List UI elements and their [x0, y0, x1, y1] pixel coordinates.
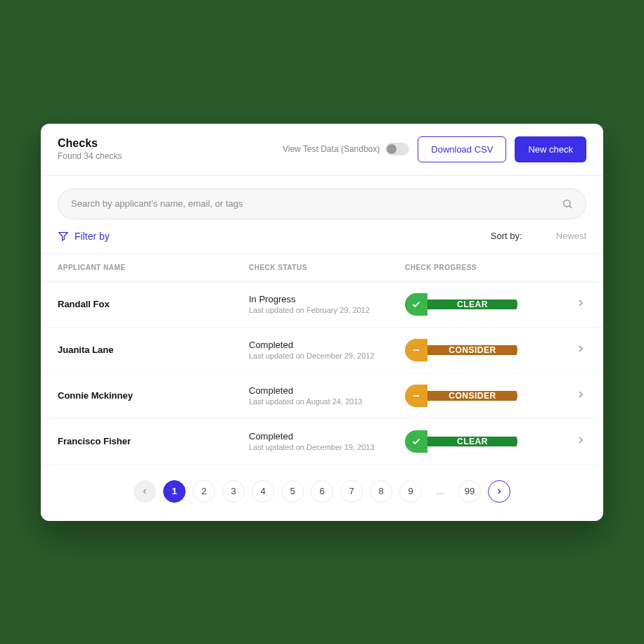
table-header: APPLICANT NAME CHECK STATUS CHECK PROGRE… [41, 253, 603, 282]
check-progress: CONSIDER [405, 385, 586, 407]
pagination-page[interactable]: 4 [252, 480, 274, 503]
header-left: Checks Found 34 checks [58, 137, 122, 161]
progress-badge: CLEAR [405, 293, 517, 316]
svg-marker-2 [59, 232, 67, 240]
progress-badge: CLEAR [405, 430, 517, 453]
progress-badge-text: CONSIDER [427, 391, 517, 401]
pagination-last[interactable]: 99 [458, 480, 481, 503]
page-title: Checks [58, 137, 122, 150]
status-text: Completed [249, 431, 397, 442]
status-text: In Progress [249, 294, 397, 304]
check-icon [405, 293, 427, 316]
check-icon [405, 430, 427, 453]
check-progress: CONSIDER [405, 339, 586, 361]
search-bar[interactable] [58, 188, 586, 219]
status-text: Completed [249, 340, 397, 350]
column-header-status: CHECK STATUS [249, 264, 397, 271]
svg-point-0 [564, 200, 570, 206]
chevron-left-icon [141, 487, 149, 496]
column-header-name: APPLICANT NAME [58, 264, 240, 271]
applicant-name: Randall Fox [58, 299, 240, 309]
check-status: CompletedLast updated on December 29, 20… [249, 340, 397, 360]
pagination-page[interactable]: 5 [281, 480, 304, 503]
filter-label: Filter by [75, 231, 110, 242]
progress-badge-text: CLEAR [427, 300, 517, 309]
check-progress: CLEAR [405, 430, 586, 453]
filter-icon [58, 231, 69, 242]
minus-icon [405, 339, 427, 361]
pagination-prev[interactable] [134, 480, 156, 503]
progress-badge-text: CONSIDER [427, 345, 517, 355]
pagination-page[interactable]: 9 [399, 480, 422, 503]
applicant-name: Juanita Lane [58, 344, 240, 355]
applicant-name: Connie Mckinney [58, 390, 240, 401]
table-body: Randall FoxIn ProgressLast updated on Fe… [41, 282, 603, 465]
row-chevron-icon[interactable] [575, 343, 586, 357]
checks-window: Checks Found 34 checks View Test Data (S… [41, 124, 603, 521]
chevron-right-icon [495, 487, 503, 496]
filter-sort-bar: Filter by Sort by: Newest [41, 219, 603, 253]
sandbox-toggle-label: View Test Data (Sandbox) [283, 144, 380, 154]
svg-line-1 [569, 206, 572, 208]
row-chevron-icon[interactable] [575, 434, 586, 449]
search-input[interactable] [71, 198, 562, 209]
pagination-page[interactable]: 8 [370, 480, 392, 503]
filter-button[interactable]: Filter by [58, 231, 110, 242]
pagination: 123456789 ... 99 [41, 465, 603, 521]
sort-label: Sort by: [491, 231, 522, 241]
pagination-next[interactable] [488, 480, 510, 503]
new-check-button[interactable]: New check [515, 136, 586, 162]
column-header-progress: CHECK PROGRESS [405, 264, 586, 271]
row-chevron-icon[interactable] [575, 389, 586, 403]
table-row[interactable]: Juanita LaneCompletedLast updated on Dec… [41, 328, 603, 373]
table-row[interactable]: Randall FoxIn ProgressLast updated on Fe… [41, 282, 603, 328]
progress-badge-text: CLEAR [427, 437, 517, 446]
status-text: Completed [249, 385, 397, 396]
check-progress: CLEAR [405, 293, 586, 316]
minus-icon [405, 385, 427, 407]
download-csv-button[interactable]: Download CSV [418, 136, 506, 162]
pagination-pages: 123456789 [163, 480, 422, 503]
status-updated: Last updated on December 29, 2012 [249, 352, 397, 360]
pagination-page[interactable]: 1 [163, 480, 186, 503]
sandbox-toggle-wrap: View Test Data (Sandbox) [283, 143, 409, 155]
pagination-page[interactable]: 3 [222, 480, 245, 503]
row-chevron-icon[interactable] [575, 297, 586, 311]
search-icon [562, 198, 573, 210]
check-status: In ProgressLast updated on February 29, … [249, 294, 397, 314]
pagination-page[interactable]: 6 [311, 480, 333, 503]
applicant-name: Francisco Fisher [58, 436, 240, 446]
sandbox-toggle[interactable] [385, 143, 409, 155]
header: Checks Found 34 checks View Test Data (S… [41, 124, 603, 176]
progress-badge: CONSIDER [405, 385, 517, 407]
status-updated: Last updated on February 29, 2012 [249, 306, 397, 314]
results-count: Found 34 checks [58, 151, 122, 161]
progress-badge: CONSIDER [405, 339, 517, 361]
table-row[interactable]: Francisco FisherCompletedLast updated on… [41, 419, 603, 465]
search-bar-wrap [41, 176, 603, 219]
header-actions: View Test Data (Sandbox) Download CSV Ne… [283, 136, 586, 162]
pagination-ellipsis: ... [429, 486, 451, 496]
status-updated: Last updated on August 24, 2013 [249, 397, 397, 406]
pagination-page[interactable]: 2 [193, 480, 215, 503]
pagination-page[interactable]: 7 [340, 480, 363, 503]
status-updated: Last updated on December 19, 2013 [249, 443, 397, 451]
sort-wrap: Sort by: Newest [491, 231, 586, 241]
sort-value[interactable]: Newest [556, 231, 586, 241]
check-status: CompletedLast updated on December 19, 20… [249, 431, 397, 451]
table-row[interactable]: Connie MckinneyCompletedLast updated on … [41, 373, 603, 419]
check-status: CompletedLast updated on August 24, 2013 [249, 385, 397, 406]
